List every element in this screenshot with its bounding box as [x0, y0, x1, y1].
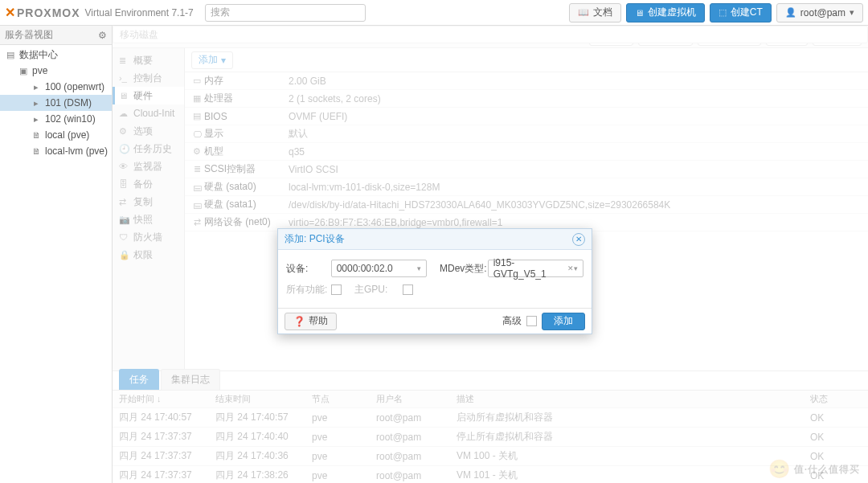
tree-icon: ▤ — [5, 50, 16, 60]
chevron-down-icon: ▾ — [574, 264, 578, 272]
tree-label: 102 (win10) — [45, 113, 96, 125]
cube-icon: ⬚ — [719, 7, 727, 18]
logo: ✕ PROXMOX Virtual Environment 7.1-7 — [5, 5, 194, 20]
tree-icon: 🗎 — [31, 146, 42, 156]
mdev-label: MDev类型: — [440, 262, 488, 276]
modal-help-button[interactable]: ❓帮助 — [285, 313, 337, 330]
search-placeholder: 搜索 — [211, 6, 230, 19]
product-version: Virtual Environment 7.1-7 — [85, 7, 194, 18]
docs-button[interactable]: 📖文档 — [569, 3, 621, 23]
gear-icon[interactable]: ⚙ — [98, 30, 107, 41]
tree-item-6[interactable]: 🗎local-lvm (pve) — [0, 143, 112, 159]
left-view-label: 服务器视图 — [5, 28, 53, 42]
book-icon: 📖 — [578, 7, 589, 18]
tree-label: local-lvm (pve) — [45, 145, 108, 157]
create-ct-button[interactable]: ⬚创建CT — [710, 3, 772, 23]
tree-icon: ▸ — [31, 114, 42, 125]
modal-add-button[interactable]: 添加 — [542, 313, 585, 330]
tree-item-3[interactable]: ▸101 (DSM) — [0, 95, 112, 111]
tree-label: 数据中心 — [19, 48, 58, 62]
create-vm-button[interactable]: 🖥创建虚拟机 — [626, 3, 705, 23]
chevron-down-icon: ▾ — [417, 264, 421, 272]
resource-tree: ▤数据中心▣pve▸100 (openwrt)▸101 (DSM)▸102 (w… — [0, 45, 112, 161]
device-label: 设备: — [286, 262, 331, 276]
search-input[interactable]: 搜索 — [205, 4, 366, 22]
left-panel: 服务器视图 ⚙ ▤数据中心▣pve▸100 (openwrt)▸101 (DSM… — [0, 26, 113, 483]
tree-icon: ▸ — [31, 98, 42, 108]
modal-titlebar[interactable]: 添加: PCI设备 ✕ — [278, 229, 592, 250]
tree-item-2[interactable]: ▸100 (openwrt) — [0, 79, 112, 95]
chevron-down-icon: ▾ — [850, 7, 854, 18]
tree-label: 100 (openwrt) — [45, 81, 104, 92]
modal-title: 添加: PCI设备 — [285, 232, 345, 246]
advanced-label: 高级 — [502, 314, 522, 328]
tree-item-1[interactable]: ▣pve — [0, 63, 112, 79]
logo-x-icon: ✕ — [5, 5, 15, 20]
primary-gpu-label: 主GPU: — [354, 283, 403, 297]
primary-gpu-checkbox[interactable] — [403, 284, 413, 295]
user-icon: 👤 — [785, 7, 796, 18]
left-view-selector[interactable]: 服务器视图 ⚙ — [0, 26, 112, 45]
close-icon[interactable]: ✕ — [572, 233, 585, 246]
tree-label: 101 (DSM) — [45, 97, 92, 108]
advanced-checkbox[interactable] — [526, 316, 537, 326]
monitor-icon: 🖥 — [635, 8, 644, 18]
tree-icon: ▣ — [18, 66, 29, 76]
mdev-select[interactable]: i915-GVTg_V5_1✕▾ — [488, 260, 583, 277]
tree-item-0[interactable]: ▤数据中心 — [0, 47, 112, 63]
user-menu-button[interactable]: 👤root@pam▾ — [776, 3, 863, 23]
tree-icon: ▸ — [31, 82, 42, 92]
pci-add-modal: 添加: PCI设备 ✕ 设备: 0000:00:02.0▾ MDev类型: i9… — [277, 228, 592, 334]
help-icon: ❓ — [293, 316, 305, 327]
device-select[interactable]: 0000:00:02.0▾ — [331, 260, 427, 277]
tree-item-4[interactable]: ▸102 (win10) — [0, 111, 112, 127]
all-functions-label: 所有功能: — [286, 283, 331, 297]
topbar: ✕ PROXMOX Virtual Environment 7.1-7 搜索 📖… — [0, 0, 868, 26]
tree-item-5[interactable]: 🗎local (pve) — [0, 127, 112, 143]
tree-label: local (pve) — [45, 129, 89, 141]
clear-icon[interactable]: ✕ — [567, 264, 574, 272]
tree-icon: 🗎 — [31, 130, 42, 140]
tree-label: pve — [32, 65, 47, 76]
all-functions-checkbox[interactable] — [331, 284, 342, 295]
brand-text: PROXMOX — [17, 6, 80, 19]
